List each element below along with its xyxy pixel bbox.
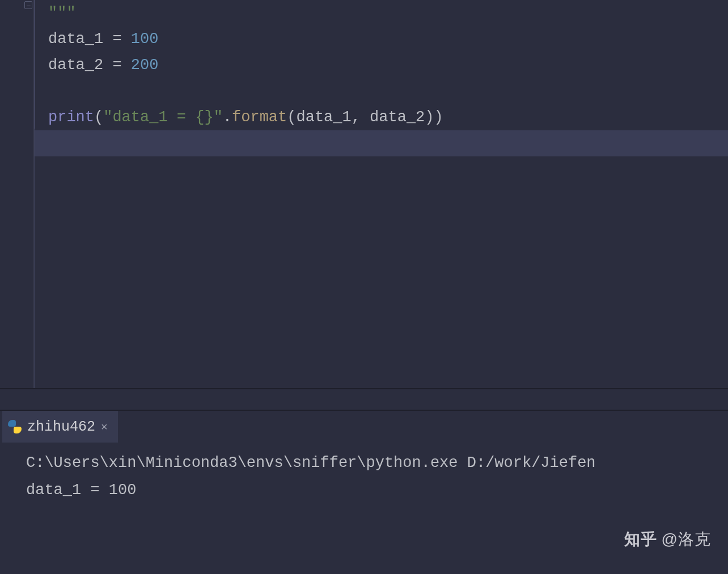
paren-close: ) xyxy=(434,109,443,126)
fold-collapse-icon[interactable]: − xyxy=(24,1,32,9)
number-literal: 100 xyxy=(131,31,159,48)
paren-open: ( xyxy=(94,109,103,126)
panel-splitter[interactable] xyxy=(0,388,728,411)
number-literal: 200 xyxy=(131,57,159,74)
assign-op: = xyxy=(103,31,131,48)
zhihu-logo-text: 知乎 xyxy=(624,529,657,550)
comma: , xyxy=(352,109,370,126)
code-editor[interactable]: − """ data_1 = 100 data_2 = 200 print("d… xyxy=(0,0,728,388)
python-icon xyxy=(8,420,22,433)
paren-close: ) xyxy=(425,109,434,126)
code-line-docstring[interactable]: """ xyxy=(48,0,728,26)
method-name: format xyxy=(232,109,287,126)
code-line-1[interactable]: data_1 = 100 xyxy=(48,26,728,52)
run-tab[interactable]: zhihu462 × xyxy=(2,411,118,443)
watermark: 知乎 @洛克 xyxy=(624,529,711,550)
code-line-print[interactable]: print("data_1 = {}".format(data_1, data_… xyxy=(48,104,728,130)
assign-op: = xyxy=(103,57,131,74)
current-line-highlight[interactable] xyxy=(35,130,728,156)
console-stdout-line: data_1 = 100 xyxy=(26,477,728,504)
run-tab-strip: zhihu462 × xyxy=(0,411,728,443)
code-line-2[interactable]: data_2 = 200 xyxy=(48,52,728,78)
code-line-blank[interactable] xyxy=(48,78,728,104)
string-literal: "data_1 = {}" xyxy=(103,109,223,126)
run-tab-label: zhihu462 xyxy=(27,419,95,435)
close-icon[interactable]: × xyxy=(101,420,108,433)
builtin-call: print xyxy=(48,109,94,126)
variable-name: data_2 xyxy=(48,57,103,74)
arg: data_2 xyxy=(370,109,425,126)
variable-name: data_1 xyxy=(48,31,103,48)
console-output[interactable]: C:\Users\xin\Miniconda3\envs\sniffer\pyt… xyxy=(0,443,728,504)
watermark-author: @洛克 xyxy=(662,529,711,550)
paren-open: ( xyxy=(287,109,296,126)
console-command-line: C:\Users\xin\Miniconda3\envs\sniffer\pyt… xyxy=(26,449,728,477)
dot: . xyxy=(223,109,232,126)
editor-gutter: − xyxy=(0,0,34,388)
docstring-close: """ xyxy=(48,5,76,22)
arg: data_1 xyxy=(296,109,351,126)
run-panel: zhihu462 × C:\Users\xin\Miniconda3\envs\… xyxy=(0,411,728,574)
indent-guide xyxy=(35,0,35,129)
code-area[interactable]: """ data_1 = 100 data_2 = 200 print("dat… xyxy=(34,0,728,388)
